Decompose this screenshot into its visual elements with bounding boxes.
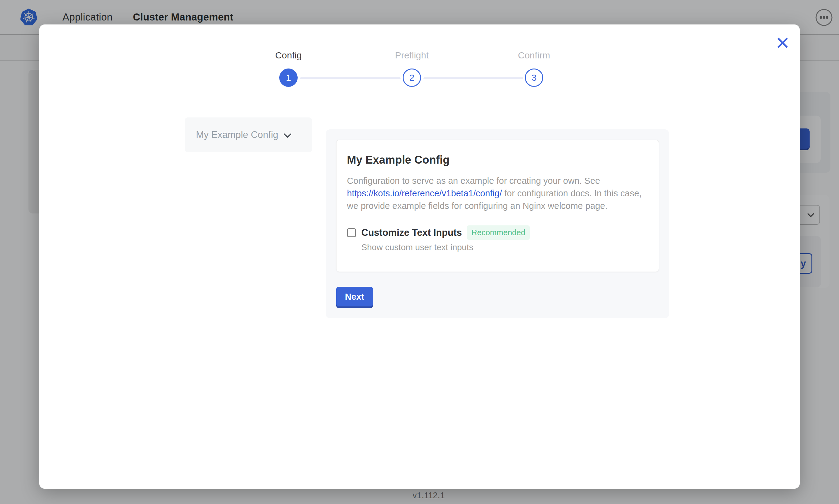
- step-preflight[interactable]: Preflight 2: [375, 50, 449, 87]
- config-group-selector-label: My Example Config: [196, 129, 278, 140]
- recommended-badge: Recommended: [467, 226, 529, 240]
- description-text: Configuration to serve as an example for…: [347, 176, 600, 186]
- customize-text-inputs-checkbox[interactable]: [347, 228, 356, 237]
- next-button[interactable]: Next: [336, 287, 373, 306]
- step-label: Confirm: [497, 50, 571, 60]
- close-icon: [777, 37, 788, 49]
- config-group-description: Configuration to serve as an example for…: [347, 175, 646, 212]
- config-group-selector[interactable]: My Example Config: [185, 118, 312, 152]
- customize-text-inputs-label[interactable]: Customize Text Inputs: [361, 227, 462, 238]
- close-modal-button[interactable]: [773, 34, 792, 52]
- customize-text-inputs-help: Show custom user text inputs: [361, 242, 646, 252]
- step-number-badge: 3: [525, 69, 543, 87]
- config-group-title: My Example Config: [347, 154, 646, 166]
- step-config[interactable]: Config 1: [252, 50, 325, 87]
- step-label: Preflight: [375, 50, 449, 60]
- step-number-badge: 1: [279, 69, 298, 87]
- config-docs-link[interactable]: https://kots.io/reference/v1beta1/config…: [347, 188, 502, 198]
- step-label: Config: [252, 50, 325, 60]
- step-confirm[interactable]: Confirm 3: [497, 50, 571, 87]
- config-group-card: My Example Config Configuration to serve…: [336, 140, 659, 272]
- step-number-badge: 2: [403, 69, 421, 87]
- customize-text-inputs-row: Customize Text Inputs Recommended: [347, 226, 646, 240]
- config-wizard-modal: Config 1 Preflight 2 Confirm 3 My Exampl…: [39, 24, 800, 489]
- config-panel: My Example Config Configuration to serve…: [326, 129, 669, 318]
- chevron-down-icon: [283, 133, 292, 138]
